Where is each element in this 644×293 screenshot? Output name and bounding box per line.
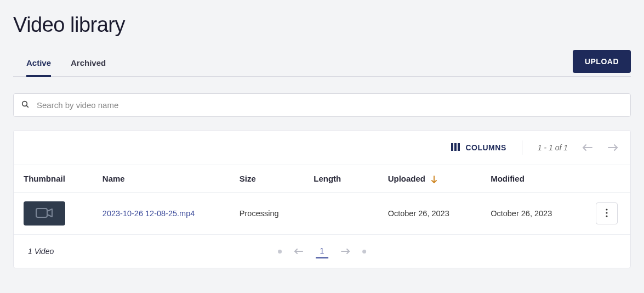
video-table: Thumbnail Name Size Length Uploaded bbox=[14, 165, 630, 235]
svg-point-11 bbox=[606, 215, 608, 217]
toolbar-divider bbox=[522, 140, 522, 155]
card-footer: 1 Video 1 bbox=[14, 235, 630, 268]
video-name-link[interactable]: 2023-10-26 12-08-25.mp4 bbox=[102, 209, 195, 218]
col-header-uploaded[interactable]: Uploaded bbox=[379, 165, 482, 193]
svg-point-10 bbox=[606, 212, 608, 213]
col-header-name[interactable]: Name bbox=[94, 165, 231, 193]
pager-top: 1 - 1 of 1 bbox=[538, 143, 618, 152]
pager-dot-first[interactable] bbox=[278, 250, 282, 253]
video-length bbox=[305, 193, 379, 235]
pager-next-icon[interactable] bbox=[340, 248, 350, 255]
video-thumbnail[interactable] bbox=[24, 201, 65, 226]
pager-prev-icon[interactable] bbox=[294, 248, 304, 255]
kebab-icon bbox=[606, 209, 608, 219]
svg-rect-4 bbox=[458, 143, 460, 151]
svg-line-1 bbox=[26, 105, 28, 107]
svg-rect-3 bbox=[454, 143, 457, 151]
video-icon bbox=[36, 207, 53, 221]
header-row: Active Archived UPLOAD bbox=[13, 50, 631, 77]
current-page[interactable]: 1 bbox=[316, 244, 329, 258]
next-page-icon[interactable] bbox=[607, 144, 618, 151]
pager-bottom: 1 bbox=[278, 244, 367, 258]
search-input[interactable] bbox=[13, 93, 631, 117]
columns-label: COLUMNS bbox=[465, 143, 506, 152]
col-header-length[interactable]: Length bbox=[305, 165, 379, 193]
svg-point-9 bbox=[606, 209, 608, 210]
pager-info: 1 - 1 of 1 bbox=[538, 143, 568, 152]
columns-button[interactable]: COLUMNS bbox=[451, 143, 506, 153]
svg-rect-2 bbox=[451, 143, 453, 151]
upload-button[interactable]: UPLOAD bbox=[573, 50, 631, 73]
card-toolbar: COLUMNS 1 - 1 of 1 bbox=[14, 131, 630, 165]
tab-active[interactable]: Active bbox=[26, 53, 51, 77]
table-row: 2023-10-26 12-08-25.mp4 Processing Octob… bbox=[14, 193, 630, 235]
sort-desc-icon bbox=[431, 176, 437, 183]
col-header-size[interactable]: Size bbox=[231, 165, 305, 193]
video-modified: October 26, 2023 bbox=[482, 193, 585, 235]
video-size: Processing bbox=[231, 193, 305, 235]
columns-icon bbox=[451, 143, 460, 153]
col-header-actions bbox=[585, 165, 630, 193]
video-table-card: COLUMNS 1 - 1 of 1 bbox=[13, 130, 631, 268]
search-icon bbox=[21, 100, 30, 111]
col-header-modified[interactable]: Modified bbox=[482, 165, 585, 193]
tab-archived[interactable]: Archived bbox=[71, 53, 106, 77]
video-uploaded: October 26, 2023 bbox=[379, 193, 482, 235]
svg-rect-8 bbox=[36, 209, 47, 217]
row-actions-button[interactable] bbox=[596, 202, 618, 224]
page-title: Video library bbox=[13, 13, 631, 37]
video-count: 1 Video bbox=[28, 247, 54, 256]
col-header-thumbnail[interactable]: Thumbnail bbox=[14, 165, 94, 193]
pager-dot-last[interactable] bbox=[362, 250, 366, 253]
tabs: Active Archived bbox=[13, 53, 106, 76]
col-header-uploaded-label: Uploaded bbox=[388, 174, 425, 183]
prev-page-icon[interactable] bbox=[582, 144, 593, 151]
search-wrap bbox=[13, 93, 631, 117]
